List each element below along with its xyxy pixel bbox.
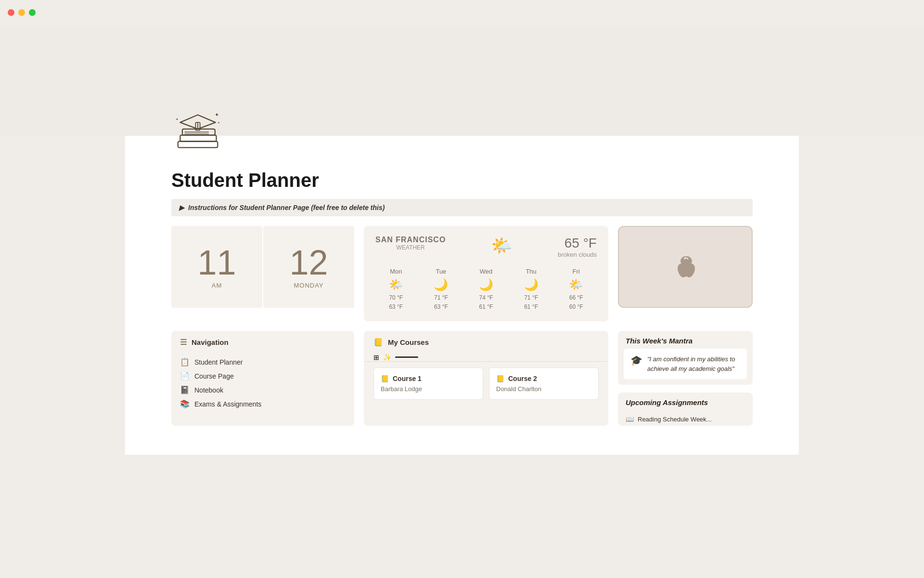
weather-city-name: SAN FRANCISCO — [375, 236, 446, 244]
assignment-label: Reading Schedule Week... — [638, 416, 712, 423]
assignment-icon: 📖 — [626, 415, 634, 423]
page-icon: ✦ ✦ ✦ — [171, 107, 224, 160]
weather-days: Mon 🌤️ 70 °F63 °F Tue 🌙 71 °F63 °F Wed 🌙… — [375, 268, 597, 312]
course-card-1-title: 📒 Course 1 — [381, 375, 476, 382]
tab-underline — [395, 356, 418, 358]
left-column: 11 AM 12 MONDAY — [171, 226, 354, 321]
laptop-widget — [618, 226, 753, 308]
clock-widget: 11 AM 12 MONDAY — [171, 226, 354, 308]
courses-widget: 📒 My Courses ⊞ ✨ 📒 Course 1 Barbara Lodg… — [364, 331, 608, 426]
weather-day-wed: Wed 🌙 74 °F61 °F — [465, 268, 507, 312]
assignments-widget: Upcoming Assignments 📖 Reading Schedule … — [618, 393, 753, 426]
instructions-text: Instructions for Student Planner Page (f… — [188, 204, 385, 211]
mantra-body: 🎓 "I am confident in my abilities to ach… — [624, 349, 747, 379]
weather-label: WEATHER — [375, 244, 446, 251]
exams-icon: 📚 — [180, 399, 190, 408]
assignments-header: Upcoming Assignments — [618, 393, 753, 412]
course-card-2-title: 📒 Course 2 — [496, 375, 591, 382]
course-card-2[interactable]: 📒 Course 2 Donald Charlton — [489, 368, 599, 400]
clock-day: MONDAY — [294, 282, 323, 289]
close-button[interactable] — [8, 9, 14, 16]
nav-item-label: Student Planner — [194, 358, 243, 366]
weather-city: SAN FRANCISCO WEATHER — [375, 236, 446, 251]
arrow-icon: ▶ — [179, 204, 184, 211]
main-content: ✦ ✦ ✦ Student Planner ▶ Instructions for… — [125, 136, 799, 455]
nav-header-icon: ☰ — [180, 338, 187, 347]
nav-header-title: Navigation — [192, 338, 229, 346]
weather-current: 65 °F broken clouds — [558, 236, 597, 258]
course-1-icon: 📒 — [381, 375, 389, 382]
weather-day-thu: Thu 🌙 71 °F61 °F — [511, 268, 552, 312]
student-planner-icon: 📋 — [180, 357, 190, 367]
instructions-bar[interactable]: ▶ Instructions for Student Planner Page … — [171, 199, 753, 216]
weather-widget: SAN FRANCISCO WEATHER 🌤️ 65 °F broken cl… — [364, 226, 608, 321]
course-card-1[interactable]: 📒 Course 1 Barbara Lodge — [373, 368, 483, 400]
nav-items-list: 📋 Student Planner 📄 Course Page 📓 Notebo… — [171, 354, 354, 416]
weather-day-fri: Fri 🌤️ 66 °F60 °F — [555, 268, 597, 312]
sparkle-icon: ✨ — [383, 354, 391, 361]
nav-header: ☰ Navigation — [171, 331, 354, 354]
mantra-widget: This Week's Mantra 🎓 "I am confident in … — [618, 331, 753, 385]
dashboard-grid: 11 AM 12 MONDAY SAN FRANCISCO WEATHER 🌤️… — [171, 226, 753, 321]
nav-item-label: Course Page — [194, 372, 234, 380]
clock-minute-box: 12 MONDAY — [263, 226, 354, 308]
course-card-2-name: Donald Charlton — [496, 385, 591, 393]
weather-main-icon: 🌤️ — [491, 236, 513, 256]
course-2-icon: 📒 — [496, 375, 504, 382]
clock-hour: 11 — [197, 245, 236, 280]
clock-hour-box: 11 AM — [171, 226, 262, 308]
courses-tabs: ⊞ ✨ — [364, 354, 608, 362]
weather-day-mon: Mon 🌤️ 70 °F63 °F — [375, 268, 417, 312]
weather-day-tue: Tue 🌙 71 °F63 °F — [421, 268, 462, 312]
right-column: This Week's Mantra 🎓 "I am confident in … — [618, 331, 753, 426]
mantra-header: This Week's Mantra — [618, 331, 753, 349]
course-card-1-name: Barbara Lodge — [381, 385, 476, 393]
courses-header: 📒 My Courses — [364, 331, 608, 354]
svg-rect-0 — [178, 142, 218, 148]
nav-item-exams[interactable]: 📚 Exams & Assignments — [180, 399, 346, 408]
svg-text:✦: ✦ — [176, 117, 179, 121]
second-row: ☰ Navigation 📋 Student Planner 📄 Course … — [171, 331, 753, 426]
courses-header-title: My Courses — [388, 338, 429, 346]
maximize-button[interactable] — [29, 9, 36, 16]
grid-icon[interactable]: ⊞ — [373, 354, 379, 361]
hero-banner — [0, 25, 924, 136]
courses-grid: 📒 Course 1 Barbara Lodge 📒 Course 2 Dona… — [364, 368, 608, 407]
mantra-text: "I am confident in my abilities to achie… — [647, 355, 740, 373]
clock-period: AM — [212, 282, 222, 289]
weather-desc: broken clouds — [558, 251, 597, 258]
assignment-item[interactable]: 📖 Reading Schedule Week... — [618, 412, 753, 426]
courses-header-icon: 📒 — [373, 338, 383, 347]
course-page-icon: 📄 — [180, 371, 190, 381]
navigation-widget: ☰ Navigation 📋 Student Planner 📄 Course … — [171, 331, 354, 426]
svg-text:✦: ✦ — [218, 121, 220, 124]
nav-item-label: Notebook — [194, 386, 223, 394]
svg-rect-1 — [180, 135, 216, 142]
weather-header: SAN FRANCISCO WEATHER 🌤️ 65 °F broken cl… — [375, 236, 597, 258]
mantra-emoji: 🎓 — [630, 355, 642, 366]
nav-item-label: Exams & Assignments — [194, 400, 261, 408]
nav-item-notebook[interactable]: 📓 Notebook — [180, 385, 346, 394]
notebook-icon: 📓 — [180, 385, 190, 394]
clock-minute: 12 — [289, 245, 328, 280]
apple-logo-icon — [671, 252, 700, 281]
weather-temp: 65 °F — [558, 236, 597, 251]
nav-item-student-planner[interactable]: 📋 Student Planner — [180, 357, 346, 367]
nav-item-course-page[interactable]: 📄 Course Page — [180, 371, 346, 381]
svg-text:✦: ✦ — [215, 112, 219, 118]
page-title: Student Planner — [171, 136, 753, 199]
titlebar — [0, 0, 924, 25]
minimize-button[interactable] — [18, 9, 25, 16]
